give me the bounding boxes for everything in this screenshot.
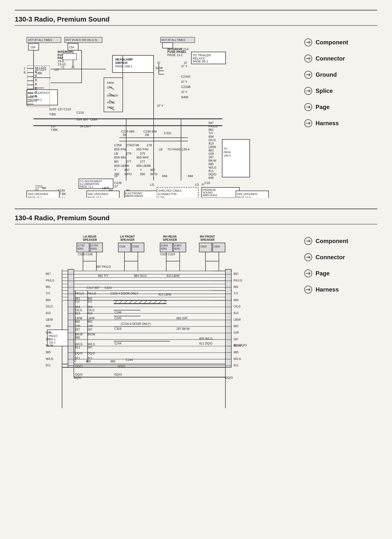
- svg-line-349: [154, 300, 157, 304]
- svg-text:R: R: [202, 183, 204, 186]
- svg-text:HOT AT ALL TIMES: HOT AT ALL TIMES: [28, 38, 52, 41]
- diagram-area-2: LH REAR SPEAKER LH FRONT SPEAKER RH REAR…: [15, 232, 377, 416]
- svg-text:LH REAR: LH REAR: [83, 235, 97, 238]
- legend-page-1: Page: [304, 103, 377, 111]
- svg-text:SWITCH: SWITCH: [115, 61, 127, 65]
- svg-text:882: 882: [75, 320, 80, 323]
- harness-icon-2: [304, 285, 313, 294]
- svg-text:279/2748: 279/2748: [126, 144, 139, 147]
- svg-text:LG: LG: [195, 183, 199, 186]
- svg-rect-199: [63, 54, 76, 60]
- svg-text:HOT AT ALL TIMES: HOT AT ALL TIMES: [161, 38, 185, 41]
- svg-text:279: 279: [140, 152, 145, 155]
- svg-text:RH FRONT: RH FRONT: [200, 235, 215, 238]
- svg-text:813: 813: [233, 311, 238, 315]
- svg-text:B: B: [35, 99, 37, 102]
- svg-text:LB: LB: [159, 148, 162, 151]
- svg-text:BK/W: BK/W: [208, 159, 216, 162]
- svg-text:882: 882: [208, 149, 214, 152]
- svg-text:BK: BK: [42, 186, 46, 190]
- svg-text:DQ/O: DQ/O: [225, 376, 233, 380]
- svg-text:897: 897: [208, 121, 214, 125]
- svg-text:54 LG/Y: 54 LG/Y: [35, 66, 47, 70]
- svg-text:Y: Y: [140, 168, 142, 172]
- svg-text:1: 1: [24, 67, 25, 70]
- svg-text:T/Y: T/Y: [233, 292, 238, 295]
- component-icon-2: [304, 237, 313, 245]
- svg-text:SHIELDED CABLE: SHIELDED CABLE: [158, 189, 182, 192]
- legend-2: Component Connector: [304, 232, 377, 294]
- svg-text:SEE GROUNDS: SEE GROUNDS: [28, 193, 49, 196]
- svg-text:37  Y: 37 Y: [181, 65, 187, 68]
- svg-text:C238  689: C238 689: [143, 130, 157, 133]
- svg-text:BK/W: BK/W: [46, 344, 53, 347]
- svg-text:37  Y: 37 Y: [157, 104, 163, 108]
- svg-text:C323: C323: [105, 286, 112, 290]
- svg-text:15A: 15A: [30, 46, 36, 49]
- svg-text:PAGE 10-6: PAGE 10-6: [88, 196, 101, 198]
- legend-component-1: Component: [304, 38, 377, 47]
- connector-icon-1: [304, 54, 313, 63]
- svg-text:855  P/W: 855 P/W: [136, 148, 148, 151]
- svg-line-345: [134, 300, 137, 304]
- svg-text:LB: LB: [114, 152, 118, 155]
- divider-bottom-1: [15, 25, 377, 26]
- svg-text:C328 C328: C328 C328: [78, 253, 93, 256]
- svg-text:Y/BK: Y/BK: [49, 113, 56, 116]
- svg-text:C234S: C234S: [181, 75, 191, 78]
- svg-text:W/LG: W/LG: [46, 357, 53, 361]
- svg-text:37  Y: 37 Y: [181, 80, 187, 84]
- svg-text:TO: TO: [224, 147, 228, 150]
- svg-text:805  W/LG: 805 W/LG: [199, 337, 212, 340]
- svg-text:C233B: C233B: [181, 85, 191, 89]
- svg-text:882  O/R: 882 O/R: [176, 317, 187, 320]
- svg-text:B: B: [35, 78, 37, 82]
- svg-text:PK/LG: PK/LG: [46, 279, 54, 282]
- svg-text:811: 811: [233, 364, 238, 367]
- svg-text:881: 881: [87, 297, 92, 300]
- legend-harness-2: Harness: [304, 285, 377, 294]
- svg-text:O/R: O/R: [87, 324, 93, 328]
- svg-text:S406: S406: [181, 96, 188, 99]
- svg-text:287: 287: [233, 338, 238, 341]
- svg-text:W/LG: W/LG: [87, 343, 95, 346]
- svg-text:C212: C212: [35, 185, 43, 188]
- svg-text:W/LG: W/LG: [75, 343, 83, 346]
- svg-text:O/R: O/R: [208, 152, 214, 156]
- splice-icon-1: [304, 86, 313, 95]
- svg-text:884: 884: [208, 135, 214, 138]
- svg-text:LH FRONT: LH FRONT: [120, 235, 135, 238]
- legend-connector-1: Connector: [304, 54, 377, 63]
- svg-text:SPEAKER: SPEAKER: [120, 238, 135, 242]
- svg-text:137 C218: 137 C218: [58, 108, 71, 111]
- svg-text:O/LG: O/LG: [208, 138, 216, 142]
- svg-text:C316: C316: [114, 327, 122, 331]
- section-title-1: 130-3 Radio, Premium Sound: [15, 15, 377, 23]
- svg-text:C317 897: C317 897: [86, 286, 99, 290]
- svg-text:(C316-4 DOOR ONLY): (C316-4 DOOR ONLY): [121, 322, 151, 326]
- svg-text:SEE GROUNDS: SEE GROUNDS: [237, 193, 257, 196]
- svg-text:BN: BN: [83, 118, 88, 121]
- svg-text:WFO: WFO: [124, 172, 132, 176]
- svg-text:(C783: (C783: [77, 244, 85, 247]
- divider-bottom-2: [15, 224, 377, 224]
- page-container: 130-3 Radio, Premium Sound HOT AT ALL TI…: [0, 0, 392, 539]
- svg-text:C246: C246: [114, 311, 122, 314]
- svg-text:LB/W: LB/W: [75, 317, 83, 320]
- svg-text:37: 37: [184, 61, 187, 65]
- wiring-diagram-1: HOT AT ALL TIMES HOT IN ACC OR ON (1.5) …: [15, 33, 289, 199]
- svg-text:B59  LB/BK: B59 LB/BK: [114, 164, 129, 168]
- svg-text:B: B: [24, 71, 25, 74]
- svg-text:C214: C214: [181, 48, 188, 51]
- legend-label-connector-1: Connector: [316, 55, 345, 62]
- svg-text:884: 884: [233, 298, 238, 302]
- svg-text:O/LG: O/LG: [46, 305, 53, 308]
- svg-text:LB/W: LB/W: [87, 317, 95, 320]
- legend-label-ground-1: Ground: [316, 71, 337, 78]
- svg-text:287: 287: [75, 328, 80, 331]
- svg-text:PAGE 10-2: PAGE 10-2: [28, 196, 42, 198]
- component-icon-1: [304, 38, 313, 47]
- svg-text:SEE GROUNDS: SEE GROUNDS: [88, 193, 108, 196]
- svg-text:137: 137: [54, 68, 59, 72]
- svg-text:T/Y: T/Y: [208, 132, 213, 135]
